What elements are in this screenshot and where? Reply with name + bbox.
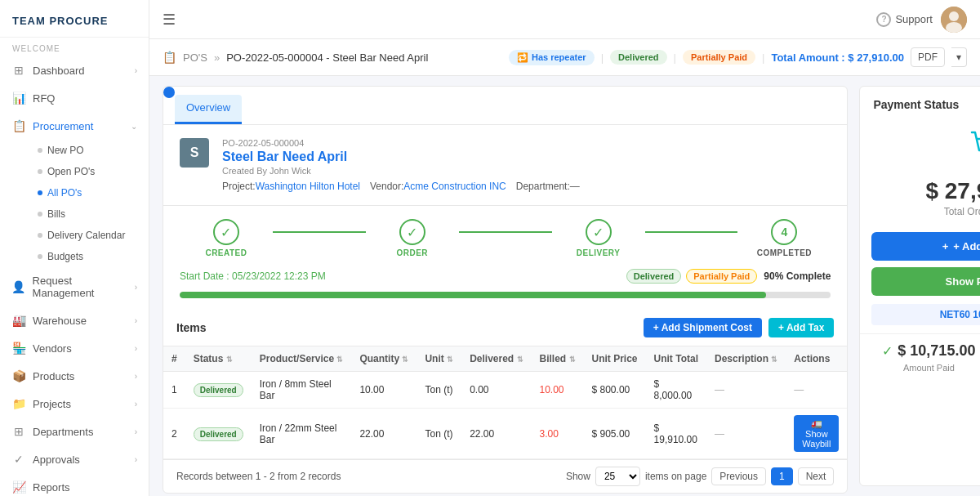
- step-created-circle: ✓: [213, 219, 239, 245]
- pdf-dropdown-button[interactable]: ▾: [951, 47, 967, 67]
- sidebar-item-products[interactable]: 📦 Products ›: [0, 362, 149, 390]
- table-row: 2 Delivered Iron / 22mm Steel Bar 22.00 …: [163, 409, 847, 459]
- sidebar-item-label: Departments: [33, 426, 93, 438]
- add-tax-button[interactable]: + Add Tax: [768, 318, 834, 337]
- next-page-button[interactable]: Next: [798, 467, 835, 485]
- col-product: Product/Service ⇅: [252, 346, 352, 372]
- breadcrumb-parent[interactable]: PO'S: [183, 51, 207, 64]
- vendor-link[interactable]: Acme Construction INC: [403, 181, 506, 192]
- cart-icon: [965, 124, 980, 172]
- tab-overview[interactable]: Overview: [175, 95, 242, 124]
- step-order-circle: ✓: [399, 219, 425, 245]
- topbar-right: ? Support: [876, 7, 967, 33]
- sidebar-subitem-delivery-calendar[interactable]: Delivery Calendar: [29, 225, 149, 246]
- po-panel-wrapper: Overview S PO-2022-05-000004 Steel Bar N…: [163, 86, 848, 486]
- step-created: ✓ CREATED: [180, 219, 273, 257]
- add-shipment-button[interactable]: + Add Shipment Cost: [644, 318, 762, 337]
- po-tabs: Overview: [163, 87, 847, 125]
- row1-unit-total: $ 8,000.00: [646, 372, 706, 409]
- step-completed-label: COMPLETED: [757, 248, 812, 257]
- hamburger-menu[interactable]: ☰: [163, 11, 176, 29]
- pdf-button[interactable]: PDF: [911, 47, 945, 67]
- table-row: 1 Delivered Iron / 8mm Steel Bar 10.00 T…: [163, 372, 847, 409]
- warehouse-icon: 🏭: [11, 314, 26, 327]
- sidebar-item-label: Projects: [33, 398, 71, 410]
- department-label: Department:—: [516, 181, 580, 192]
- breadcrumb-po-icon: 📋: [163, 51, 176, 64]
- row2-unit-price: $ 905.00: [584, 409, 646, 459]
- has-repeater-badge: 🔁 Has repeater: [509, 50, 595, 65]
- content-area: Overview S PO-2022-05-000004 Steel Bar N…: [149, 76, 980, 496]
- items-on-page-label: items on page: [645, 471, 706, 482]
- separator-pipe3: |: [762, 51, 764, 64]
- pagination-controls: Show 25 50 100 items on page Previous 1 …: [566, 467, 834, 486]
- sidebar-subitem-all-pos[interactable]: All PO's: [29, 182, 149, 203]
- row2-billed: 3.00: [532, 409, 584, 459]
- support-button[interactable]: ? Support: [876, 12, 933, 27]
- show-select[interactable]: 25 50 100: [595, 467, 640, 486]
- pagination-row: Records between 1 - 2 from 2 records Sho…: [163, 459, 847, 493]
- sidebar-item-vendors[interactable]: 🏪 Vendors ›: [0, 334, 149, 362]
- show-payments-button[interactable]: Show Payments: [871, 267, 980, 296]
- payment-total-amount: $ 27,910.00: [925, 178, 980, 204]
- step-connector-3: [645, 231, 738, 233]
- waybill-icon: 🚛: [811, 418, 822, 428]
- chevron-icon: ›: [135, 66, 137, 75]
- items-title: Items: [176, 321, 207, 334]
- sidebar: TEAM PROCURE WELCOME ⊞ Dashboard › 📊 RFQ…: [0, 0, 149, 496]
- col-quantity: Quantity ⇅: [351, 346, 416, 372]
- items-section: Items + Add Shipment Cost + Add Tax # St…: [163, 310, 847, 493]
- sidebar-item-approvals[interactable]: ✓ Approvals ›: [0, 445, 149, 473]
- po-name: Steel Bar Need April: [222, 150, 831, 164]
- paid-label: Amount Paid: [903, 363, 955, 373]
- prev-page-button[interactable]: Previous: [711, 467, 766, 485]
- chevron-icon: ⌄: [131, 122, 137, 131]
- sidebar-item-label: Reports: [33, 481, 70, 494]
- row1-billed: 10.00: [532, 372, 584, 409]
- topbar-left: ☰: [163, 11, 176, 29]
- row1-unit: Ton (t): [416, 372, 461, 409]
- sidebar-item-warehouse[interactable]: 🏭 Warehouse ›: [0, 306, 149, 334]
- sidebar-item-reports[interactable]: 📈 Reports: [0, 473, 149, 496]
- sidebar-subitem-open-pos[interactable]: Open PO's: [29, 161, 149, 182]
- row1-description: —: [706, 372, 786, 409]
- po-status-row: Start Date : 05/23/2022 12:23 PM Deliver…: [163, 264, 847, 292]
- sidebar-item-label: RFQ: [33, 92, 55, 105]
- support-icon: ?: [876, 12, 891, 27]
- products-icon: 📦: [11, 369, 26, 382]
- plus-icon: +: [942, 240, 949, 252]
- check-icon: ✓: [882, 343, 893, 359]
- current-page-button[interactable]: 1: [771, 467, 793, 485]
- sidebar-item-label: Approvals: [33, 454, 80, 466]
- row1-status: Delivered: [185, 372, 252, 409]
- sidebar-subitem-bills[interactable]: Bills: [29, 203, 149, 225]
- sidebar-item-procurement[interactable]: 📋 Procurement ⌄: [0, 112, 149, 140]
- sidebar-item-request-management[interactable]: 👤 Request Management ›: [0, 267, 149, 306]
- separator-pipe2: |: [674, 51, 676, 64]
- col-actions: Actions: [786, 346, 847, 372]
- row2-delivered: 22.00: [461, 409, 531, 459]
- sidebar-item-rfq[interactable]: 📊 RFQ: [0, 84, 149, 112]
- add-payment-button[interactable]: + + Add Payment: [871, 232, 980, 261]
- sidebar-item-projects[interactable]: 📁 Projects ›: [0, 390, 149, 418]
- net-badge: NET60 100% 60 Day: [871, 304, 980, 325]
- payment-title: Payment Status: [860, 87, 980, 111]
- payment-total-label: Total Order Amount: [944, 206, 980, 217]
- progress-bar: [180, 292, 831, 298]
- complete-percentage: 90% Complete: [764, 270, 831, 282]
- step-connector-2: [459, 231, 552, 233]
- paid-row: ✓ $ 10,715.00: [882, 342, 975, 360]
- project-link[interactable]: Washington Hilton Hotel: [256, 181, 360, 192]
- sidebar-subitem-budgets[interactable]: Budgets: [29, 246, 149, 267]
- approvals-icon: ✓: [11, 453, 26, 466]
- user-avatar[interactable]: [941, 7, 967, 33]
- sidebar-item-dashboard[interactable]: ⊞ Dashboard ›: [0, 56, 149, 84]
- po-steps: ✓ CREATED ✓ ORDER ✓ DELIVERY: [163, 206, 847, 264]
- sidebar-item-departments[interactable]: ⊞ Departments ›: [0, 418, 149, 445]
- repeater-icon: 🔁: [517, 52, 528, 63]
- partially-paid-badge: Partially Paid: [683, 50, 755, 65]
- step-order: ✓ ORDER: [366, 219, 459, 257]
- sidebar-subitem-new-po[interactable]: New PO: [29, 140, 149, 161]
- items-table: # Status ⇅ Product/Service ⇅ Quantity ⇅ …: [163, 346, 847, 459]
- show-waybill-button[interactable]: 🚛 Show Waybill: [794, 415, 839, 452]
